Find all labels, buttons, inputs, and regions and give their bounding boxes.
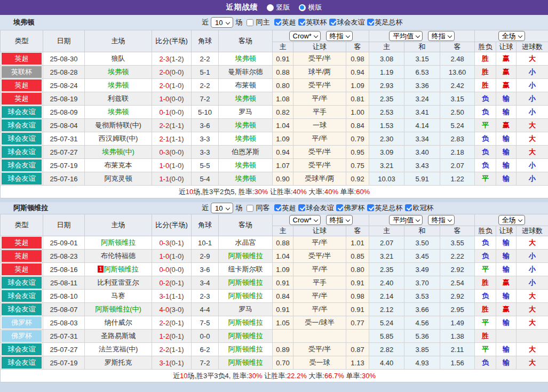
competition-filter[interactable]: 佛罗杯 — [336, 203, 364, 213]
chevron-down-icon — [416, 218, 420, 222]
away-team-cell: 埃弗顿 — [219, 52, 273, 66]
section-divider — [0, 198, 548, 202]
corners-cell: 3-3 — [192, 146, 219, 159]
layout-radio-horizontal[interactable]: 横版 — [299, 3, 322, 12]
handicap-away-odds: 0.84 — [346, 119, 369, 132]
subcol-handicap-away: 客 — [346, 226, 369, 236]
away-team-name: 埃弗顿 — [235, 94, 256, 102]
match-row: 英联杯25-08-28埃弗顿2-0(0-0)5-1曼斯菲尔德0.88球半/两0.… — [1, 66, 548, 79]
competition-checkbox[interactable] — [405, 204, 412, 211]
result-wdl: 平 — [475, 172, 496, 186]
home-team-name: 阿斯顿维拉 — [101, 238, 136, 246]
euro-home-odds: 2.14 — [369, 290, 404, 303]
competition-filter[interactable]: 英足总杯 — [367, 18, 402, 27]
home-team-cell: 阿克灵顿 — [85, 172, 152, 186]
match-count-select[interactable]: 10 — [211, 203, 233, 213]
competition-checkbox[interactable] — [336, 204, 343, 211]
away-team-name: 罗马 — [239, 108, 252, 116]
handicap-away-odds: 0.80 — [346, 263, 369, 276]
date-cell: 25-08-19 — [43, 92, 85, 106]
euro-draw-odds: 3.36 — [404, 79, 440, 92]
handicap-line: 受平/半 — [293, 146, 346, 159]
score-cell: 1-1(0-0) — [152, 172, 192, 186]
average-select[interactable]: 平均值 — [389, 215, 423, 225]
type-cell: 球会友谊 — [1, 132, 43, 146]
handicap-line: 平/半 — [293, 263, 346, 276]
competition-filter[interactable]: 英足总杯 — [367, 203, 402, 213]
handicap-home-odds: 1.05 — [273, 316, 293, 330]
competition-filter[interactable]: 球会友谊 — [298, 203, 333, 213]
score-cell: 1-0(0-0) — [152, 92, 192, 106]
away-team-cell: 埃弗顿 — [219, 172, 273, 186]
handicap-odds-type-select[interactable]: 终指 — [326, 31, 353, 41]
home-team-name: 狼队 — [112, 54, 125, 62]
competition-filter[interactable]: 英超 — [274, 203, 296, 213]
handicap-home-odds: 0.70 — [273, 356, 293, 370]
competition-checkbox[interactable] — [329, 19, 336, 26]
score-cell: 1-2(0-1) — [152, 330, 192, 343]
score-cell: 2-3(1-2) — [152, 52, 192, 66]
handicap-line: 一球 — [293, 119, 346, 132]
fulltime-score: 2-2 — [159, 122, 169, 130]
same-venue-filter[interactable]: 同客 — [247, 203, 269, 213]
bookmaker-select[interactable]: Crow* — [289, 215, 321, 225]
corners-cell: 3-6 — [192, 263, 219, 276]
fulltime-score: 0-3 — [159, 239, 169, 247]
radio-icon[interactable] — [267, 4, 274, 11]
layout-radio-vertical[interactable]: 竖版 — [267, 3, 290, 12]
bookmaker-select[interactable]: Crow* — [289, 31, 321, 41]
halftime-score: (0-1) — [169, 319, 184, 327]
away-team-name: 埃弗顿 — [235, 134, 256, 142]
scope-select[interactable]: 全场 — [498, 215, 525, 225]
match-row: 英超25-08-23布伦特福德1-0(1-0)2-9阿斯顿维拉1.04受平/半0… — [1, 250, 548, 263]
col-home: 主场 — [85, 214, 152, 236]
competition-filter[interactable]: 英联杯 — [298, 18, 327, 27]
same-venue-checkbox[interactable] — [247, 205, 253, 212]
result-handicap: 输 — [496, 356, 517, 370]
col-corner: 角球 — [192, 30, 219, 52]
competition-filter[interactable]: 英超 — [274, 18, 296, 27]
average-select[interactable]: 平均值 — [389, 31, 423, 41]
subcol-handicap-home: 主 — [273, 42, 293, 52]
handicap-line: 受平/半 — [293, 52, 346, 66]
match-count-select[interactable]: 10 — [211, 17, 233, 28]
same-venue-checkbox[interactable] — [247, 19, 253, 26]
match-row: 球会友谊25-07-19罗斯托克3-1(0-1)7-2阿斯顿维拉0.70受一球1… — [1, 356, 548, 370]
competition-type-badge: 英超 — [2, 263, 42, 275]
date-cell: 25-07-16 — [43, 172, 85, 186]
filter-controls: 近 10 场 同客 英超球会友谊佛罗杯英足总杯欧冠杯 — [202, 202, 433, 214]
same-venue-filter[interactable]: 同主 — [247, 18, 269, 27]
halftime-score: (1-1) — [169, 292, 184, 300]
fulltime-score: 0-2 — [159, 279, 169, 287]
competition-checkbox[interactable] — [298, 204, 305, 211]
competition-filter[interactable]: 欧冠杯 — [405, 203, 433, 213]
euro-odds-type-select[interactable]: 终指 — [428, 215, 455, 225]
competition-checkbox[interactable] — [298, 19, 305, 26]
result-handicap: 输 — [496, 146, 517, 159]
recent-label: 近 — [202, 203, 209, 213]
result-wdl: 平 — [475, 119, 496, 132]
date-cell: 25-08-09 — [43, 106, 85, 119]
radio-icon[interactable] — [299, 4, 306, 11]
score-cell: 2-0(0-0) — [152, 66, 192, 79]
chevron-down-icon — [314, 34, 318, 38]
competition-checkbox[interactable] — [274, 19, 281, 26]
euro-odds-type-select[interactable]: 终指 — [428, 31, 455, 41]
competition-checkbox[interactable] — [367, 19, 374, 26]
home-team-name: 利兹联 — [108, 94, 129, 102]
away-team-cell: 阿斯顿维拉 — [219, 276, 273, 290]
euro-home-odds: 3.08 — [369, 52, 404, 66]
result-goals: 小 — [517, 92, 548, 106]
handicap-line: 平/半 — [293, 290, 346, 303]
competition-checkbox[interactable] — [274, 204, 281, 211]
result-wdl: 负 — [475, 236, 496, 250]
scope-select[interactable]: 全场 — [498, 31, 525, 41]
fulltime-score: 3-1 — [159, 359, 169, 367]
fulltime-score: 1-0 — [159, 162, 169, 170]
competition-checkbox[interactable] — [367, 204, 374, 211]
euro-away-odds: 5.24 — [440, 119, 475, 132]
handicap-odds-type-select[interactable]: 终指 — [326, 215, 353, 225]
away-team-cell: 埃弗顿 — [219, 92, 273, 106]
competition-filter[interactable]: 球会友谊 — [329, 18, 364, 27]
away-team-cell: 纽卡斯尔联 — [219, 263, 273, 276]
